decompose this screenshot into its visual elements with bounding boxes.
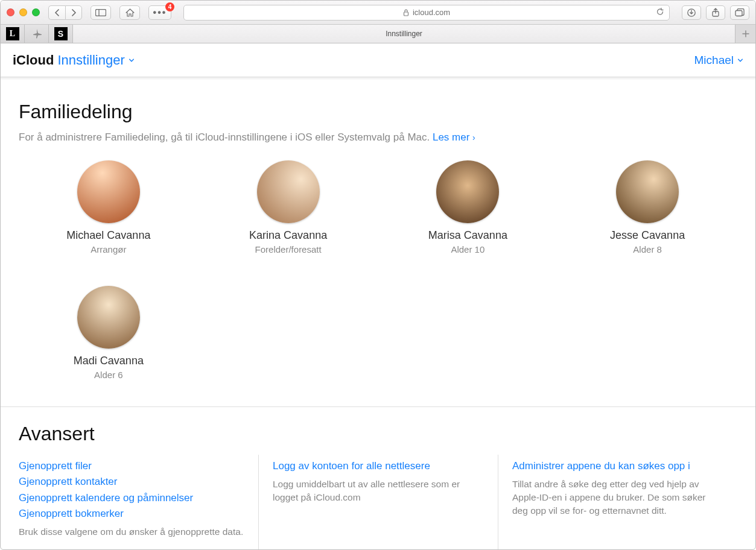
family-sharing-subtitle: For å administrere Familiedeling, gå til… — [19, 131, 737, 144]
family-member-role: Forelder/foresatt — [255, 244, 322, 254]
family-member-name: Madi Cavanna — [74, 355, 144, 367]
sidebar-button[interactable] — [91, 5, 111, 20]
restore-calendars-link[interactable]: Gjenopprett kalendere og påminnelser — [19, 490, 244, 506]
chevron-left-icon — [54, 9, 60, 16]
page-content: iCloud Innstillinger Michael Familiedeli… — [1, 43, 755, 550]
account-name: Michael — [694, 54, 734, 67]
family-member-role: Arrangør — [91, 244, 126, 254]
tabs-button[interactable] — [730, 5, 749, 20]
download-icon — [687, 8, 696, 17]
svg-rect-0 — [96, 9, 106, 16]
svg-rect-2 — [404, 12, 408, 16]
signout-all-link[interactable]: Logg av kontoen for alle nettlesere — [273, 458, 483, 474]
icloud-brand: iCloud — [13, 52, 54, 68]
svg-rect-5 — [735, 10, 742, 16]
zoom-window-button[interactable] — [32, 8, 40, 16]
learn-more-label: Les mer — [433, 131, 469, 143]
avatar — [77, 286, 140, 349]
active-tab-title: Innstillinger — [386, 30, 422, 38]
family-member-name: Jesse Cavanna — [610, 229, 685, 242]
lock-icon — [403, 9, 409, 16]
manage-lookup-link[interactable]: Administrer appene du kan søkes opp i — [512, 458, 723, 474]
window-titlebar: ••• 4 icloud.com — [1, 1, 755, 25]
sidebar-icon — [95, 9, 106, 16]
pinned-tab-3-icon: S — [54, 27, 68, 40]
share-button[interactable] — [706, 5, 725, 20]
chevron-right-icon: › — [472, 133, 475, 142]
family-member-name: Karina Cavanna — [249, 229, 327, 242]
pinned-tab-1[interactable]: L — [1, 25, 25, 43]
learn-more-link[interactable]: Les mer › — [433, 131, 475, 143]
family-member[interactable]: Marisa Cavanna Alder 10 — [378, 160, 558, 254]
restore-contacts-link[interactable]: Gjenopprett kontakter — [19, 474, 244, 490]
advanced-section: Avansert Gjenopprett filer Gjenopprett k… — [1, 407, 755, 550]
extensions-button[interactable]: ••• 4 — [148, 5, 171, 20]
family-member[interactable]: Michael Cavanna Arrangør — [19, 160, 199, 254]
restore-description: Bruk disse valgene om du ønsker å gjenop… — [19, 525, 244, 539]
family-sharing-subtitle-text: For å administrere Familiedeling, gå til… — [19, 131, 433, 143]
chevron-down-icon — [737, 57, 743, 63]
share-icon — [711, 8, 720, 17]
advanced-lookup-column: Administrer appene du kan søkes opp i Ti… — [498, 456, 737, 539]
advanced-restore-column: Gjenopprett filer Gjenopprett kontakter … — [19, 456, 258, 539]
advanced-signout-column: Logg av kontoen for alle nettlesere Logg… — [258, 456, 498, 539]
active-tab[interactable]: Innstillinger — [73, 25, 735, 43]
reload-icon — [656, 7, 664, 16]
reload-button[interactable] — [656, 7, 664, 17]
window-controls — [7, 8, 40, 16]
downloads-button[interactable] — [682, 5, 701, 20]
family-members-grid: Michael Cavanna Arrangør Karina Cavanna … — [19, 160, 737, 380]
pinned-tab-1-icon: L — [6, 27, 19, 40]
advanced-title: Avansert — [19, 423, 737, 445]
address-bar[interactable]: icloud.com — [183, 5, 670, 21]
restore-files-link[interactable]: Gjenopprett filer — [19, 458, 244, 474]
chevron-right-icon — [71, 9, 77, 16]
family-member-name: Michael Cavanna — [66, 229, 150, 242]
family-member-role: Alder 10 — [451, 244, 484, 254]
icloud-section-label: Innstillinger — [57, 52, 124, 68]
chevron-down-icon — [129, 57, 135, 63]
dots-icon: ••• — [153, 7, 167, 18]
plus-icon — [742, 30, 750, 38]
extensions-badge: 4 — [165, 2, 174, 11]
family-member-name: Marisa Cavanna — [428, 229, 507, 242]
lookup-description: Tillat andre å søke deg etter deg ved hj… — [512, 478, 723, 517]
minimize-window-button[interactable] — [19, 8, 27, 16]
home-icon — [125, 8, 135, 17]
family-sharing-title: Familiedeling — [19, 101, 737, 123]
signout-description: Logg umiddelbart ut av alle nettlesere s… — [273, 478, 483, 504]
home-button[interactable] — [119, 5, 140, 20]
account-dropdown[interactable]: Michael — [694, 54, 743, 67]
icloud-section-dropdown[interactable]: Innstillinger — [57, 52, 134, 68]
family-member[interactable]: Jesse Cavanna Alder 8 — [557, 160, 737, 254]
pinned-tab-3[interactable]: S — [49, 25, 73, 43]
forward-button[interactable] — [65, 5, 82, 20]
close-window-button[interactable] — [7, 8, 14, 16]
airplane-icon — [31, 28, 43, 40]
family-member[interactable]: Madi Cavanna Alder 6 — [19, 286, 199, 380]
new-tab-button[interactable] — [735, 25, 755, 43]
family-member-role: Alder 6 — [94, 370, 123, 380]
family-member-role: Alder 8 — [633, 244, 662, 254]
avatar — [436, 160, 499, 223]
family-member[interactable]: Karina Cavanna Forelder/foresatt — [199, 160, 378, 254]
family-sharing-section: Familiedeling For å administrere Familie… — [1, 80, 755, 407]
address-bar-host: icloud.com — [413, 8, 450, 17]
back-button[interactable] — [48, 5, 65, 20]
avatar — [257, 160, 320, 223]
pinned-tab-2[interactable] — [25, 25, 49, 43]
tabs-icon — [735, 8, 745, 17]
avatar — [77, 160, 140, 223]
icloud-header: iCloud Innstillinger Michael — [1, 43, 755, 77]
avatar — [616, 160, 679, 223]
restore-bookmarks-link[interactable]: Gjenopprett bokmerker — [19, 506, 244, 522]
tab-strip: L S Innstillinger — [1, 25, 755, 43]
